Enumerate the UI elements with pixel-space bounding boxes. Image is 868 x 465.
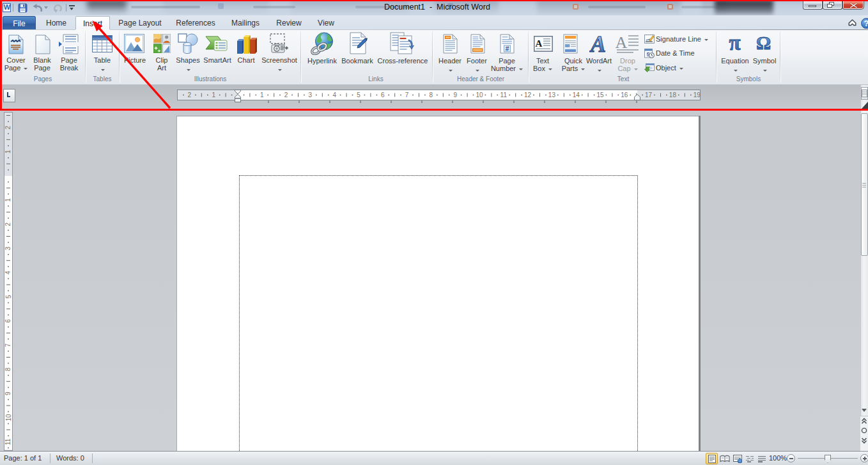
svg-text:7: 7	[405, 91, 409, 99]
svg-text:11: 11	[500, 91, 508, 99]
svg-text:A: A	[536, 38, 543, 49]
svg-text:1: 1	[5, 150, 12, 154]
svg-text:12: 12	[524, 91, 532, 99]
svg-text:#: #	[506, 45, 509, 52]
svg-text:13: 13	[548, 91, 556, 99]
svg-text:8: 8	[430, 91, 433, 99]
svg-text:2: 2	[5, 125, 12, 129]
svg-text:5: 5	[357, 91, 360, 99]
svg-text:6: 6	[381, 91, 385, 99]
svg-text:A: A	[616, 34, 628, 52]
svg-text:2: 2	[188, 91, 192, 99]
svg-text:10: 10	[5, 414, 12, 422]
svg-text:1: 1	[212, 91, 215, 99]
svg-text:14: 14	[573, 91, 580, 99]
svg-text:16: 16	[621, 91, 628, 99]
svg-text:1: 1	[5, 198, 12, 202]
svg-text:19: 19	[694, 91, 701, 99]
svg-text:2: 2	[284, 91, 288, 99]
svg-text:8: 8	[5, 367, 12, 371]
svg-text:3: 3	[309, 91, 313, 99]
svg-text:A: A	[589, 33, 606, 54]
svg-text:9: 9	[5, 391, 12, 395]
svg-text:5: 5	[5, 295, 12, 299]
svg-text:4: 4	[332, 91, 336, 99]
svg-text:15: 15	[596, 91, 604, 99]
svg-text:18: 18	[669, 91, 677, 99]
svg-text:π: π	[729, 35, 740, 52]
svg-text:6: 6	[5, 319, 12, 323]
svg-text:4: 4	[5, 271, 12, 274]
svg-text:7: 7	[5, 343, 12, 347]
svg-text:10: 10	[476, 91, 483, 99]
svg-text:11: 11	[5, 438, 12, 445]
svg-text:9: 9	[453, 91, 457, 99]
svg-text:1: 1	[260, 91, 264, 99]
svg-text:3: 3	[5, 246, 12, 250]
svg-text:17: 17	[645, 91, 653, 99]
svg-text:2: 2	[5, 222, 12, 226]
svg-text:Ω: Ω	[756, 35, 771, 52]
